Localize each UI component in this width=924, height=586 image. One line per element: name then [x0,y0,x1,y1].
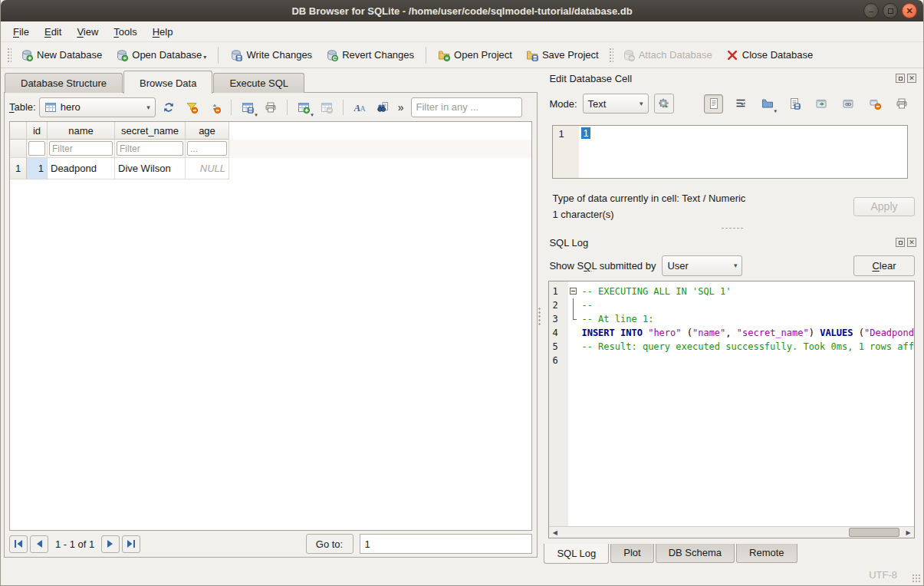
goto-input[interactable]: 1 [360,534,532,554]
find-in-table-button[interactable] [373,97,393,117]
filter-input-secret-name[interactable]: Filter [117,141,183,156]
filter-input-age[interactable]: ... [187,141,227,156]
text-document-button[interactable] [704,94,723,114]
column-header-age[interactable]: age [186,122,229,140]
chevron-down-icon[interactable]: ▾ [774,108,777,114]
submitted-by-select[interactable]: User ▾ [662,255,742,276]
table-select[interactable]: hero ▾ [39,97,156,117]
save-project-label: Save Project [542,49,599,61]
chevron-down-icon[interactable]: ▾ [311,112,314,118]
goto-button[interactable]: Go to: [306,534,353,554]
close-database-button[interactable]: Close Database [719,45,820,65]
cell-name[interactable]: Deadpond [48,158,115,179]
new-database-button[interactable]: New Database [14,45,109,65]
chevron-down-icon[interactable]: ▾ [255,112,258,118]
tab-browse-data[interactable]: Browse Data [123,71,212,94]
resize-grip[interactable] [912,574,921,583]
clear-filter-button[interactable] [182,97,202,117]
next-record-button[interactable] [101,535,120,553]
cell-editor-text[interactable]: 1 [579,126,907,178]
browse-icon-group: ▾▾AA» [159,97,406,117]
open-database-button[interactable]: Open Database▾ [109,45,213,65]
menu-tools[interactable]: Tools [106,24,144,40]
edit-font-button[interactable]: AA [350,97,370,117]
menu-help[interactable]: Help [145,24,181,40]
column-header-secret-name[interactable]: secret_name [115,122,186,140]
overflow-chevron-icon[interactable]: » [396,101,406,114]
log-line-number: 2 [552,298,568,312]
column-header-name[interactable]: name [48,122,115,140]
mode-select[interactable]: Text ▾ [583,94,649,114]
print-table-button[interactable] [261,97,281,117]
close-panel-icon[interactable]: ✕ [907,74,916,83]
data-grid[interactable]: idnamesecret_nameageFilterFilter...11Dea… [9,121,532,531]
fold-marker[interactable] [568,285,580,298]
sql-log-hscrollbar[interactable]: ◀ ▶ [549,526,914,538]
encoding-label: UTF-8 [869,569,897,581]
app-window: DB Browser for SQLite - /home/user/code/… [0,0,924,586]
float-panel-icon[interactable] [896,74,905,83]
panel-splitter[interactable] [538,68,543,565]
prev-record-button[interactable] [30,535,48,553]
cell-age[interactable]: NULL [186,158,229,179]
clear-sort-button[interactable] [205,97,225,117]
cell-editor[interactable]: 1 1 [552,125,908,179]
column-header-id[interactable]: id [27,122,48,140]
last-record-button[interactable] [122,535,140,553]
chevron-down-icon: ▾ [633,100,643,107]
chevron-down-icon[interactable]: ▾ [203,54,206,61]
filter-input-name[interactable]: Filter [49,141,113,156]
save-project-button[interactable]: Save Project [519,45,606,65]
maximize-icon[interactable] [883,3,898,18]
apply-format-button[interactable] [654,94,674,114]
tab-database-structure[interactable]: Database Structure [5,73,123,93]
filter-input-id[interactable] [28,141,45,156]
close-icon[interactable]: ✕ [902,3,917,18]
scrollbar-thumb[interactable] [849,528,899,537]
title-bar[interactable]: DB Browser for SQLite - /home/user/code/… [1,0,923,21]
first-record-button[interactable] [9,535,28,553]
write-changes-button[interactable]: Write Changes [223,45,319,65]
main-content: Database StructureBrowse DataExecute SQL… [1,68,923,565]
tab-sql-log[interactable]: SQL Log [544,544,609,564]
status-bar: UTF-8 [1,565,923,585]
export-data-button[interactable] [784,94,804,114]
tab-execute-sql[interactable]: Execute SQL [213,73,304,93]
apply-button[interactable]: Apply [853,197,915,216]
revert-changes-button[interactable]: Revert Changes [319,45,421,65]
tab-plot[interactable]: Plot [610,544,653,563]
row-header[interactable]: 1 [10,158,27,179]
float-panel-icon[interactable] [896,238,905,247]
toolbar-grip [6,47,12,64]
filter-any-input[interactable]: Filter in any ... [411,97,522,117]
word-wrap-button[interactable] [731,94,750,114]
copy-link-button[interactable] [838,94,857,114]
tab-db-schema[interactable]: DB Schema [656,544,735,563]
menu-file[interactable]: File [5,24,37,40]
minimize-icon[interactable]: – [863,3,879,18]
set-null-button[interactable] [865,94,884,114]
clear-log-button[interactable]: Clear [853,255,915,276]
refresh-button[interactable] [159,97,179,117]
menu-edit[interactable]: Edit [37,24,69,40]
scrollbar-track[interactable] [561,527,903,538]
open-external-button[interactable] [811,94,830,114]
print-cell-button[interactable] [892,94,911,114]
filter-cell [27,140,48,158]
insert-record-button[interactable]: ▾ [294,97,314,117]
scroll-left-icon[interactable]: ◀ [549,529,561,536]
fold-collapse-icon[interactable] [570,288,577,295]
open-project-button[interactable]: Open Project [431,45,519,65]
cell-secret-name[interactable]: Dive Wilson [115,158,186,179]
cell-info-row: Type of data currently in cell: Text / N… [552,190,915,222]
sql-log-fold-column[interactable] [568,281,580,526]
save-table-button[interactable]: ▾ [238,97,258,117]
close-panel-icon[interactable]: ✕ [907,238,916,247]
cell-id[interactable]: 1 [27,158,48,179]
import-data-button[interactable]: ▾ [758,94,777,114]
sql-log-view[interactable]: 123456 -- EXECUTING ALL IN 'SQL 1'---- A… [548,281,915,538]
tab-remote[interactable]: Remote [736,544,797,563]
scroll-right-icon[interactable]: ▶ [903,529,914,536]
dock-splitter[interactable] [542,222,922,234]
menu-view[interactable]: View [69,24,106,40]
